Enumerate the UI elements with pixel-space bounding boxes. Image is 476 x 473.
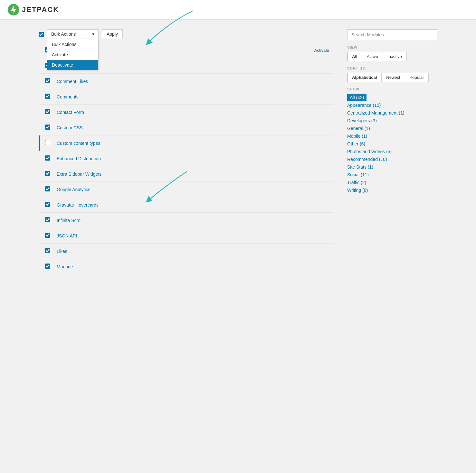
module-checkbox-likes[interactable] — [45, 248, 50, 253]
logo: JETPACK — [8, 4, 59, 15]
module-name-gravatar[interactable]: Gravatar Hovercards — [57, 202, 329, 208]
logo-text: JETPACK — [22, 5, 59, 14]
module-row-likes: Likes — [39, 244, 334, 259]
search-input[interactable] — [347, 29, 437, 40]
module-checkbox-extra-sidebar[interactable] — [45, 171, 50, 176]
right-panel: VIEW: All Active Inactive SORT BY: Alpha… — [347, 29, 437, 274]
module-name-likes[interactable]: Likes — [57, 249, 329, 254]
show-item-appearance[interactable]: Appearance (10) — [347, 101, 437, 109]
activate-link-beautiful-math[interactable]: Activate — [314, 48, 329, 53]
show-item-all[interactable]: All (42) — [347, 94, 367, 101]
show-item-traffic[interactable]: Traffic (2) — [347, 179, 437, 186]
module-name-enhanced-distribution[interactable]: Enhanced Distribution — [57, 156, 329, 161]
module-checkbox-comment-likes[interactable] — [45, 78, 50, 83]
bulk-actions-dropdown: Bulk Actions Activate Deactivate — [47, 39, 99, 70]
apply-button[interactable]: Apply — [102, 29, 123, 39]
view-btn-inactive[interactable]: Inactive — [383, 52, 407, 61]
module-checkbox-comments[interactable] — [45, 94, 50, 99]
show-item-mobile[interactable]: Mobile (1) — [347, 132, 437, 140]
dropdown-item-deactivate[interactable]: Deactivate — [47, 60, 98, 70]
sort-btn-alphabetical[interactable]: Alphabetical — [347, 73, 382, 82]
sort-label: SORT BY: — [347, 66, 437, 70]
view-btn-all[interactable]: All — [347, 52, 362, 61]
show-label: SHOW: — [347, 87, 437, 91]
dropdown-item-activate[interactable]: Activate — [47, 50, 98, 60]
show-item-writing[interactable]: Writing (8) — [347, 186, 437, 194]
module-name-json-api[interactable]: JSON API — [57, 233, 329, 238]
module-name-extra-sidebar[interactable]: Extra Sidebar Widgets — [57, 172, 329, 177]
main-content: Bulk Actions ▾ Bulk Actions Activate Dea… — [0, 20, 476, 284]
show-item-centralized-management[interactable]: Centralized Management (1) — [347, 109, 437, 117]
left-panel: Bulk Actions ▾ Bulk Actions Activate Dea… — [39, 29, 334, 274]
jetpack-logo-icon — [8, 4, 19, 15]
module-name-google-analytics[interactable]: Google Analytics — [57, 187, 329, 192]
module-name-custom-content-types[interactable]: Custom content types — [57, 141, 329, 146]
module-name-contact-form[interactable]: Contact Form — [57, 110, 329, 115]
module-name-comments[interactable]: Comments — [57, 94, 329, 99]
sort-buttons: Alphabetical Newest Popular — [347, 73, 437, 82]
module-checkbox-custom-content-types[interactable] — [45, 140, 50, 145]
module-name-manage[interactable]: Manage — [57, 264, 329, 269]
module-name-comment-likes[interactable]: Comment Likes — [57, 79, 329, 84]
module-row-google-analytics: Google Analytics — [39, 182, 334, 197]
module-checkbox-custom-css[interactable] — [45, 125, 50, 130]
show-item-photos-videos[interactable]: Photos and Videos (5) — [347, 148, 437, 155]
show-item-recommended[interactable]: Recommended (10) — [347, 155, 437, 163]
module-row-extra-sidebar: Extra Sidebar Widgets — [39, 166, 334, 182]
bulk-actions-button[interactable]: Bulk Actions ▾ — [47, 29, 99, 39]
bulk-actions-wrapper: Bulk Actions ▾ Bulk Actions Activate Dea… — [47, 29, 99, 39]
show-item-social[interactable]: Social (11) — [347, 171, 437, 179]
dropdown-arrow-icon: ▾ — [92, 32, 94, 37]
module-row-custom-content-types: Custom content types — [39, 135, 334, 151]
module-checkbox-enhanced-distribution[interactable] — [45, 155, 50, 161]
module-checkbox-json-api[interactable] — [45, 233, 50, 238]
module-checkbox-gravatar[interactable] — [45, 202, 50, 207]
module-row-custom-css: Custom CSS — [39, 120, 334, 135]
modules-container: Beautiful Math Activate Carousel Comment… — [39, 43, 334, 274]
module-row-json-api: JSON API — [39, 228, 334, 244]
module-row-comment-likes: Comment Likes — [39, 74, 334, 89]
module-checkbox-contact-form[interactable] — [45, 109, 50, 114]
module-row-gravatar: Gravatar Hovercards — [39, 197, 334, 213]
show-item-general[interactable]: General (1) — [347, 125, 437, 132]
select-all-checkbox[interactable] — [39, 32, 44, 37]
show-item-site-stats[interactable]: Site Stats (1) — [347, 163, 437, 171]
show-item-other[interactable]: Other (6) — [347, 140, 437, 148]
app-header: JETPACK — [0, 0, 476, 20]
module-checkbox-manage[interactable] — [45, 264, 50, 269]
toolbar: Bulk Actions ▾ Bulk Actions Activate Dea… — [39, 29, 334, 39]
module-row-infinite-scroll: Infinite Scroll — [39, 213, 334, 228]
module-checkbox-google-analytics[interactable] — [45, 186, 50, 191]
module-row-enhanced-distribution: Enhanced Distribution — [39, 151, 334, 166]
module-row-contact-form: Contact Form — [39, 105, 334, 120]
module-row-comments: Comments — [39, 89, 334, 105]
view-buttons: All Active Inactive — [347, 52, 437, 61]
view-btn-active[interactable]: Active — [362, 52, 383, 61]
sort-btn-newest[interactable]: Newest — [381, 73, 405, 82]
dropdown-item-bulk-actions[interactable]: Bulk Actions — [47, 39, 98, 50]
sort-btn-popular[interactable]: Popular — [405, 73, 429, 82]
module-name-infinite-scroll[interactable]: Infinite Scroll — [57, 218, 329, 223]
show-item-developers[interactable]: Developers (3) — [347, 117, 437, 125]
module-name-custom-css[interactable]: Custom CSS — [57, 125, 329, 130]
module-checkbox-infinite-scroll[interactable] — [45, 217, 50, 222]
bulk-actions-label: Bulk Actions — [51, 32, 76, 37]
show-section: All (42) Appearance (10) Centralized Man… — [347, 94, 437, 194]
view-label: VIEW: — [347, 45, 437, 49]
module-row-manage: Manage — [39, 259, 334, 274]
